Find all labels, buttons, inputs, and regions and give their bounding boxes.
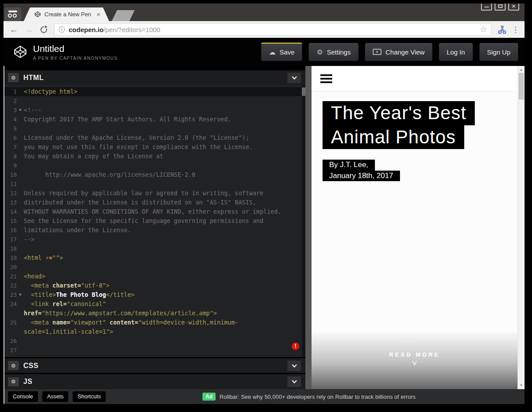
code-line[interactable]: 22 <meta charset="utf-8"> (4, 281, 305, 290)
line-gutter: 20 (4, 263, 24, 272)
code-line[interactable]: href="https://www.ampstart.com/templates… (4, 309, 305, 318)
article-title-line2: Animal Photos (323, 125, 464, 149)
read-more-label[interactable]: READ MORE (389, 351, 440, 358)
editor-preview-divider[interactable] (305, 66, 312, 389)
code-line[interactable]: 9 (4, 161, 305, 170)
line-number: 17 (4, 235, 17, 244)
code-line[interactable]: 11 (4, 179, 305, 189)
html-panel-header[interactable]: ⚙ HTML (4, 70, 305, 85)
fold-spacer (17, 207, 24, 216)
bookmark-star-icon[interactable]: ☆ (480, 25, 487, 34)
editor-left-grip[interactable] (4, 66, 4, 404)
browser-window: Create a New Pen × × ← → ⓘ codepen.io/pe… (4, 4, 525, 404)
code-line[interactable]: 1<!doctype html> (4, 87, 305, 96)
fold-spacer (17, 346, 24, 355)
css-settings-gear-icon[interactable]: ⚙ (8, 361, 19, 370)
css-collapse-button[interactable] (287, 361, 301, 371)
extension-scissors-icon[interactable] (498, 25, 506, 34)
code-line[interactable]: 15See the License for the specific langu… (4, 216, 305, 226)
js-settings-gear-icon[interactable]: ⚙ (8, 377, 19, 386)
save-button[interactable]: ☁ Save (261, 43, 302, 61)
tab-close-icon[interactable]: × (96, 11, 100, 18)
settings-button[interactable]: ⚙ Settings (308, 43, 359, 61)
code-line[interactable]: 10 http://www.apache.org/licenses/LICENS… (4, 170, 305, 179)
new-tab-button[interactable] (112, 10, 135, 21)
back-icon[interactable]: ← (10, 26, 18, 34)
code-line[interactable]: 8You may obtain a copy of the License at (4, 152, 305, 161)
code-line[interactable]: 2 (4, 96, 305, 106)
code-line[interactable]: 14WITHOUT WARRANTIES OR CONDITIONS OF AN… (4, 207, 305, 216)
code-line[interactable]: 4Copyright 2017 The AMP Start Authors. A… (4, 115, 305, 124)
code-line[interactable]: 25 <meta name="viewport" content="width=… (4, 318, 305, 327)
fold-spacer (17, 272, 24, 281)
line-number: 11 (4, 179, 17, 189)
log-in-button[interactable]: Log In (439, 43, 473, 61)
editor-scrollbar-thumb[interactable] (302, 88, 305, 96)
fold-spacer (17, 309, 24, 318)
fold-spacer (17, 161, 24, 170)
pen-title[interactable]: Untitled (33, 44, 117, 54)
change-view-button[interactable]: Change View (365, 43, 433, 61)
fold-arrow-icon[interactable]: ▼ (17, 106, 24, 115)
code-line[interactable]: 19<html ⚡=""> (4, 253, 305, 263)
html-settings-gear-icon[interactable]: ⚙ (8, 73, 19, 82)
error-badge[interactable]: ! (292, 343, 299, 350)
code-line[interactable]: 27 (4, 346, 305, 355)
html-code-editor[interactable]: 1<!doctype html>23▼<!---4Copyright 2017 … (4, 85, 305, 357)
line-gutter (4, 309, 24, 318)
code-line[interactable]: 6Licensed under the Apache License, Vers… (4, 133, 305, 142)
css-panel-header[interactable]: ⚙ CSS (4, 358, 305, 373)
html-collapse-button[interactable] (287, 73, 301, 83)
forward-icon[interactable]: → (25, 26, 33, 34)
line-number: 7 (4, 142, 17, 152)
shortcuts-button[interactable]: Shortcuts (73, 391, 106, 402)
fold-spacer (17, 115, 24, 124)
screen: { "browser": { "tab": { "title": "Create… (0, 0, 532, 412)
scroll-down-icon[interactable]: ▼ (518, 383, 525, 387)
code-line[interactable]: 5 (4, 124, 305, 133)
code-line[interactable]: 26 (4, 336, 305, 346)
line-gutter: 2 (4, 96, 24, 106)
read-more-chevron-icon[interactable]: V (412, 359, 417, 367)
pen-byline: A PEN BY CAPTAIN ANONYMOUS (33, 56, 117, 61)
code-line[interactable]: 17--> (4, 235, 305, 244)
line-number: 24 (4, 299, 17, 309)
fold-spacer (17, 299, 24, 309)
code-line[interactable]: 13distributed under the License is distr… (4, 198, 305, 207)
article-byline-author: By J.T. Lee, (323, 160, 375, 171)
code-line[interactable]: 7you may not use this file except in com… (4, 142, 305, 152)
js-collapse-button[interactable] (287, 376, 301, 387)
code-line[interactable]: 20 (4, 263, 305, 272)
ad-text[interactable]: Rollbar: See why 50,000+ developers rely… (220, 394, 415, 400)
browser-tab[interactable]: Create a New Pen × (24, 7, 109, 21)
close-button[interactable]: × (508, 4, 519, 11)
maximize-button[interactable] (495, 4, 506, 11)
code-line[interactable]: 21<head> (4, 272, 305, 281)
minimize-button[interactable] (481, 4, 492, 11)
codepen-logo-icon (13, 45, 27, 59)
code-line[interactable]: 24 <link rel="canonical" (4, 299, 305, 309)
code-line[interactable]: 12Unless required by applicable law or a… (4, 189, 305, 198)
code-line[interactable]: 16limitations under the License. (4, 226, 305, 235)
codepen-favicon-icon (34, 11, 41, 18)
js-panel-header[interactable]: ⚙ JS (4, 374, 305, 389)
scroll-up-icon[interactable]: ▲ (518, 68, 525, 72)
assets-button[interactable]: Assets (42, 391, 69, 402)
console-button[interactable]: Console (8, 391, 38, 402)
reload-icon[interactable] (40, 26, 47, 33)
code-line[interactable]: scale=1,initial-scale=1"> (4, 327, 305, 336)
browser-menu-icon[interactable]: ⋮ (512, 25, 519, 34)
hamburger-menu-icon[interactable] (320, 74, 332, 83)
page-info-icon[interactable]: ⓘ (59, 26, 65, 34)
code-line[interactable]: 3▼<!--- (4, 106, 305, 115)
preview-scrollbar-thumb[interactable] (519, 73, 524, 99)
code-line[interactable]: 23▼ <title>The Photo Blog</title> (4, 290, 305, 299)
sign-up-button[interactable]: Sign Up (479, 43, 518, 61)
preview-scrollbar[interactable]: ▲ ▼ (517, 66, 525, 389)
editor-scrollbar[interactable] (302, 85, 305, 357)
chevron-down-icon (292, 362, 297, 367)
fold-arrow-icon[interactable]: ▼ (17, 290, 24, 299)
address-bar[interactable]: ⓘ codepen.io/pen/?editors=1000 ☆ (54, 23, 492, 36)
url-path: /pen/?editors=1000 (103, 26, 160, 33)
code-line[interactable]: 18 (4, 244, 305, 253)
